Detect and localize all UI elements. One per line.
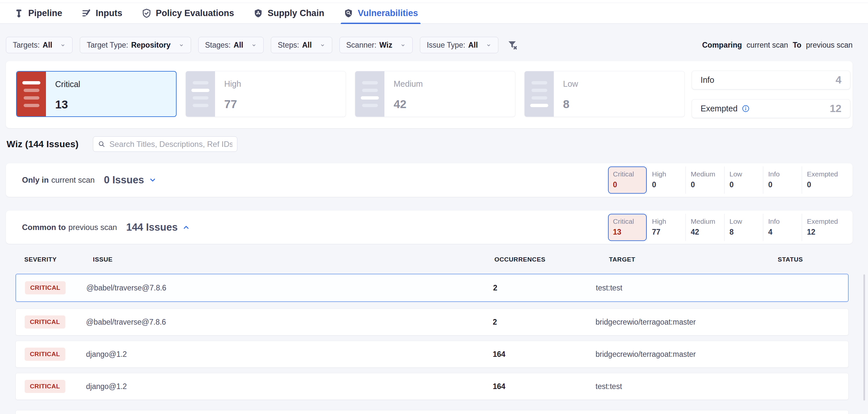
scanner-filter-dropdown[interactable]: Scanner: Wiz (339, 37, 413, 53)
section-keyword: Only in (22, 175, 49, 185)
vulnerabilities-icon (343, 8, 353, 19)
search-box[interactable] (93, 136, 237, 152)
common-to-previous-scan-section: Common to previous scan 144 Issues Criti… (6, 211, 852, 244)
severity-card-count: 13 (55, 98, 80, 111)
severity-summary-panel: Critical 13 High 77 Medium 4 (6, 61, 852, 128)
severity-badge: CRITICAL (25, 281, 66, 294)
next-row-peek (16, 410, 849, 414)
table-row[interactable]: CRITICAL @babel/traverse@7.8.6 2 bridgec… (16, 308, 849, 335)
info-circle-icon[interactable] (742, 105, 750, 113)
clear-filters-icon[interactable] (507, 39, 518, 51)
tab-policy-evaluations[interactable]: Policy Evaluations (142, 3, 235, 24)
chip-exempted[interactable]: Exempted 12 (802, 213, 840, 241)
tab-inputs[interactable]: Inputs (82, 3, 122, 24)
severity-card-critical[interactable]: Critical 13 (16, 71, 177, 117)
filter-value: All (234, 41, 243, 50)
chip-label: High (652, 217, 685, 225)
chip-info[interactable]: Info 4 (763, 213, 802, 241)
tab-supply-chain[interactable]: Supply Chain (253, 3, 324, 24)
table-row[interactable]: CRITICAL django@1.2 164 test:test (16, 373, 849, 400)
chip-info[interactable]: Info 0 (763, 167, 802, 194)
chip-low[interactable]: Low 0 (724, 167, 763, 194)
column-header-severity: SEVERITY (24, 256, 57, 263)
severity-badge: CRITICAL (25, 380, 65, 393)
chip-count: 0 (807, 180, 840, 189)
chip-label: Info (768, 170, 802, 178)
tab-pipeline[interactable]: Pipeline (14, 3, 62, 24)
target-value: test:test (596, 284, 622, 292)
comparison-status: Comparingcurrent scanToprevious scan (702, 41, 852, 50)
table-row[interactable]: CRITICAL @babel/traverse@7.8.6 2 test:te… (16, 274, 849, 302)
severity-card-count: 77 (224, 97, 241, 111)
severity-chip-group: Critical 0 High 0 Medium 0 Low 0 Info 0 … (608, 167, 840, 194)
chip-high[interactable]: High 0 (647, 167, 685, 194)
severity-card-label: Low (563, 79, 578, 89)
severity-card-high[interactable]: High 77 (185, 71, 346, 117)
tab-vulnerabilities[interactable]: Vulnerabilities (343, 3, 418, 24)
tab-label: Pipeline (28, 8, 62, 19)
chip-count: 0 (768, 180, 802, 189)
targets-filter-dropdown[interactable]: Targets: All (6, 37, 72, 53)
issue-name: django@1.2 (86, 382, 127, 391)
chip-label: Low (730, 217, 763, 225)
chip-medium[interactable]: Medium 42 (685, 213, 724, 241)
chip-count: 4 (768, 227, 802, 236)
chip-label: Info (768, 217, 802, 225)
severity-cards: Critical 13 High 77 Medium 4 (16, 71, 685, 117)
tab-label: Supply Chain (268, 8, 324, 19)
section-issue-count[interactable]: 0 Issues (104, 174, 144, 186)
target-value: test:test (595, 382, 622, 391)
chip-high[interactable]: High 77 (647, 213, 685, 241)
scrollbar[interactable] (863, 274, 865, 401)
chip-label: Medium (691, 217, 724, 225)
search-input[interactable] (109, 140, 232, 149)
chevron-up-icon[interactable] (182, 224, 190, 231)
table-row[interactable]: CRITICAL django@1.2 164 bridgecrewio/ter… (16, 341, 849, 368)
tab-label: Vulnerabilities (358, 8, 418, 19)
chip-medium[interactable]: Medium 0 (685, 167, 724, 194)
chip-exempted[interactable]: Exempted 0 (802, 167, 840, 194)
occurrences-value: 164 (493, 382, 505, 391)
exempted-card[interactable]: Exempted 12 (692, 99, 850, 118)
chip-label: Medium (691, 170, 724, 178)
vulnerabilities-page: Pipeline Inputs Policy Evaluations Suppl… (0, 0, 868, 414)
chip-count: 12 (807, 227, 840, 236)
chevron-down-icon[interactable] (149, 176, 157, 184)
severity-card-label: High (224, 79, 241, 89)
chevron-down-icon (60, 42, 66, 48)
chevron-down-icon (179, 42, 184, 48)
chip-count: 0 (652, 180, 685, 189)
chevron-down-icon (320, 42, 326, 48)
only-in-current-scan-section: Only in current scan 0 Issues Critical 0… (6, 163, 852, 197)
comparing-current: current scan (747, 41, 788, 49)
filter-value: All (43, 41, 52, 50)
section-summary: Common to previous scan 144 Issues (22, 211, 190, 244)
severity-card-medium[interactable]: Medium 42 (355, 71, 516, 117)
chip-critical[interactable]: Critical 13 (608, 213, 647, 241)
steps-filter-dropdown[interactable]: Steps: All (271, 37, 332, 53)
chip-low[interactable]: Low 8 (724, 213, 763, 241)
issue-name: @babel/traverse@7.8.6 (86, 284, 166, 292)
chip-count: 0 (613, 180, 646, 189)
filter-label: Steps: (278, 41, 299, 50)
scanner-header-row: Wiz (144 Issues) (6, 136, 852, 152)
severity-bars-icon (525, 71, 554, 117)
target-type-filter-dropdown[interactable]: Target Type: Repository (80, 37, 191, 53)
chip-critical[interactable]: Critical 0 (608, 167, 647, 194)
severity-card-low[interactable]: Low 8 (524, 71, 685, 117)
column-header-status: STATUS (778, 256, 803, 263)
chip-label: Exempted (807, 170, 840, 178)
stages-filter-dropdown[interactable]: Stages: All (198, 37, 264, 53)
filter-label: Target Type: (87, 41, 128, 50)
filter-label: Stages: (205, 41, 231, 50)
severity-card-label: Critical (55, 80, 80, 89)
issue-type-filter-dropdown[interactable]: Issue Type: All (420, 37, 498, 53)
comparing-to-keyword: To (793, 41, 801, 49)
chip-label: Critical (613, 170, 646, 178)
tab-label: Inputs (96, 8, 122, 19)
filter-bar: Targets: All Target Type: Repository Sta… (6, 37, 852, 53)
section-issue-count[interactable]: 144 Issues (126, 221, 178, 233)
filter-value: All (468, 41, 478, 50)
exempted-label: Exempted (701, 104, 738, 113)
info-card[interactable]: Info 4 (692, 71, 850, 89)
